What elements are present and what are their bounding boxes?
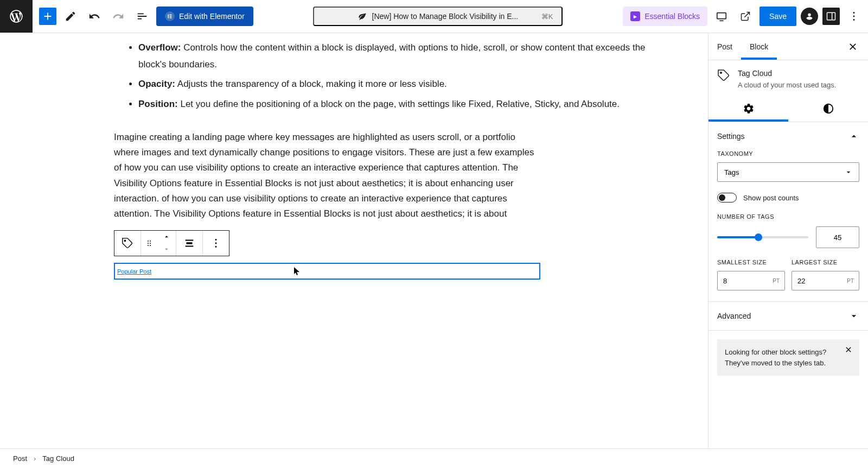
essential-blocks-button[interactable]: ▸ Essential Blocks — [623, 7, 707, 26]
document-title-button[interactable]: [New] How to Manage Block Visibility in … — [313, 7, 563, 26]
advanced-header[interactable]: Advanced — [709, 302, 868, 330]
document-overview-button[interactable] — [132, 7, 152, 26]
close-sidebar-button[interactable] — [842, 36, 864, 58]
svg-point-5 — [853, 16, 855, 17]
breadcrumb-root[interactable]: Post — [13, 454, 27, 463]
breadcrumb: Post › Tag Cloud — [0, 448, 868, 468]
largest-size-label: LARGEST SIZE — [792, 259, 859, 265]
settings-notice: Looking for other block settings? They'v… — [717, 339, 859, 376]
close-icon — [844, 345, 853, 354]
chevron-down-icon — [848, 311, 859, 321]
smallest-size-label: SMALLEST SIZE — [717, 259, 785, 265]
drag-icon — [145, 239, 154, 248]
user-icon — [803, 10, 815, 22]
block-options-button[interactable] — [203, 231, 229, 256]
pencil-icon — [65, 10, 76, 22]
taxonomy-label: TAXONOMY — [717, 150, 859, 157]
tab-post[interactable]: Post — [709, 33, 741, 60]
elementor-icon — [165, 11, 175, 21]
drag-handle[interactable] — [141, 231, 157, 256]
smallest-size-unit: PT — [773, 278, 780, 284]
leaf-icon — [358, 12, 367, 21]
editor-canvas[interactable]: Overflow: Controls how the content withi… — [0, 33, 708, 448]
desktop-icon — [716, 10, 727, 22]
svg-rect-0 — [717, 13, 726, 19]
number-of-tags-label: NUMBER OF TAGS — [717, 213, 859, 220]
chevron-right-icon: › — [34, 454, 36, 463]
move-up-button[interactable] — [157, 231, 176, 243]
settings-tab-styles[interactable] — [788, 96, 868, 122]
svg-point-7 — [124, 240, 125, 241]
show-post-counts-row: Show post counts — [717, 193, 859, 203]
show-post-counts-toggle[interactable] — [717, 193, 737, 203]
block-type-button[interactable] — [114, 231, 141, 256]
preview-button[interactable] — [736, 7, 755, 26]
redo-icon — [112, 10, 124, 22]
sidebar-tabs: Post Block — [709, 33, 868, 60]
notice-close-button[interactable] — [843, 345, 854, 356]
move-down-button[interactable] — [157, 243, 176, 256]
wp-logo[interactable] — [0, 0, 33, 33]
edit-mode-button[interactable] — [61, 7, 80, 26]
undo-button[interactable] — [85, 7, 104, 26]
svg-point-16 — [215, 246, 217, 248]
chevron-down-icon — [163, 245, 170, 253]
svg-point-6 — [853, 19, 855, 21]
add-block-button[interactable] — [39, 8, 56, 25]
list-item[interactable]: Position: Let you define the positioning… — [138, 96, 675, 113]
essential-blocks-label: Essential Blocks — [644, 12, 700, 21]
block-info: Tag Cloud A cloud of your most used tags… — [709, 60, 868, 96]
main-layout: Overflow: Controls how the content withi… — [0, 33, 868, 448]
size-row: SMALLEST SIZE PT LARGEST SIZE PT — [717, 259, 859, 290]
taxonomy-select[interactable]: Tags — [717, 162, 859, 182]
tag-cloud-block[interactable]: Popular Post — [114, 263, 540, 280]
cursor-icon — [294, 267, 301, 276]
settings-header[interactable]: Settings — [709, 122, 868, 150]
align-button[interactable] — [176, 231, 202, 256]
tab-block[interactable]: Block — [741, 33, 777, 60]
svg-point-11 — [150, 243, 151, 244]
edit-with-elementor-button[interactable]: Edit with Elementor — [156, 7, 253, 26]
svg-point-15 — [215, 242, 217, 244]
svg-rect-2 — [827, 12, 835, 20]
number-of-tags-slider[interactable] — [717, 236, 808, 238]
plus-icon — [42, 10, 54, 22]
settings-sidebar: Post Block Tag Cloud A cloud of your mos… — [708, 33, 868, 448]
tag-link[interactable]: Popular Post — [117, 268, 151, 275]
largest-size-unit: PT — [847, 278, 854, 284]
number-of-tags-input[interactable] — [816, 226, 859, 248]
settings-panel-toggle[interactable] — [822, 8, 840, 25]
block-toolbar — [114, 230, 229, 256]
doc-title-shortcut: ⌘K — [541, 12, 553, 21]
avatar-button[interactable] — [801, 8, 818, 25]
top-toolbar: Edit with Elementor [New] How to Manage … — [0, 0, 868, 33]
svg-point-10 — [148, 243, 149, 244]
elementor-label: Edit with Elementor — [179, 12, 245, 21]
list-item[interactable]: Opacity: Adjusts the transparency of a b… — [138, 76, 675, 93]
tag-icon — [717, 69, 730, 82]
svg-point-8 — [148, 241, 149, 242]
view-button[interactable] — [712, 7, 731, 26]
save-button[interactable]: Save — [760, 7, 796, 26]
chevron-up-icon — [163, 233, 170, 241]
gear-icon — [743, 103, 755, 115]
external-link-icon — [740, 11, 751, 22]
doc-title-text: [New] How to Manage Block Visibility in … — [372, 12, 519, 21]
align-icon — [183, 237, 195, 249]
options-button[interactable] — [844, 7, 864, 26]
list-item[interactable]: Overflow: Controls how the content withi… — [138, 40, 675, 73]
list-icon — [136, 10, 148, 22]
svg-point-9 — [150, 241, 151, 242]
essential-blocks-icon: ▸ — [630, 11, 640, 21]
redo-button[interactable] — [108, 7, 128, 26]
block-name: Tag Cloud — [738, 69, 836, 78]
close-icon — [847, 41, 858, 52]
show-post-counts-label: Show post counts — [743, 194, 799, 202]
wordpress-icon — [9, 9, 24, 24]
number-of-tags-row — [717, 226, 859, 248]
contrast-icon — [822, 103, 834, 115]
settings-tab-general[interactable] — [709, 96, 788, 122]
definition-list: Overflow: Controls how the content withi… — [114, 40, 675, 112]
breadcrumb-current[interactable]: Tag Cloud — [42, 454, 74, 463]
content-paragraph[interactable]: Imagine creating a landing page where ke… — [114, 130, 542, 221]
